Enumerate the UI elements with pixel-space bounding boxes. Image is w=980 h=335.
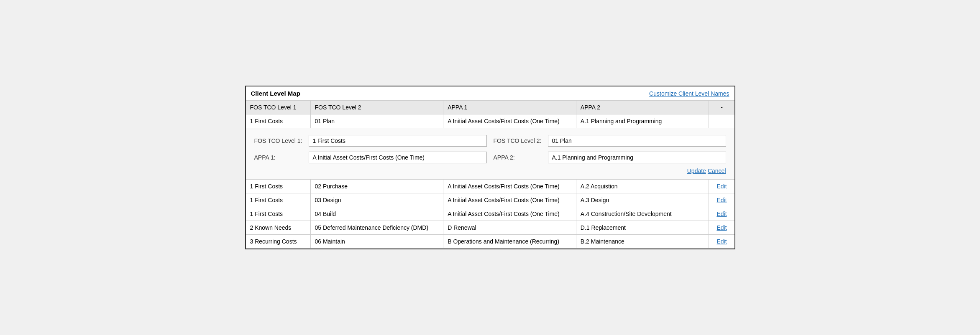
column-headers: FOS TCO Level 1 FOS TCO Level 2 APPA 1 A… [246,101,734,114]
table-row: 2 Known Needs 05 Deferred Maintenance De… [246,221,734,235]
label-fos-tco-level1: FOS TCO Level 1: [254,137,302,144]
cancel-button[interactable]: Cancel [708,168,726,174]
panel-title: Client Level Map [251,90,300,97]
data-rows: 1 First Costs 02 Purchase A Initial Asse… [246,180,734,249]
first-row-col3: A Initial Asset Costs/First Costs (One T… [443,114,576,128]
edit-link[interactable]: Edit [716,211,727,217]
input-appa1[interactable] [309,152,486,163]
edit-link[interactable]: Edit [716,183,727,190]
row-col1: 1 First Costs [246,180,311,193]
label-appa2: APPA 2: [494,154,542,161]
row-col1: 1 First Costs [246,207,311,221]
row-edit[interactable]: Edit [709,207,734,221]
row-col4: A.4 Construction/Site Development [576,207,709,221]
first-row-data: 1 First Costs 01 Plan A Initial Asset Co… [246,114,734,128]
row-col2: 06 Maintain [311,235,444,248]
edit-link[interactable]: Edit [716,197,727,203]
row-col3: D Renewal [443,221,576,234]
panel-header: Client Level Map Customize Client Level … [246,86,734,101]
row-col1: 1 First Costs [246,193,311,207]
row-col2: 05 Deferred Maintenance Deficiency (DMD) [311,221,444,234]
form-fields: FOS TCO Level 1: FOS TCO Level 2: APPA 1… [254,135,726,163]
row-col4: A.3 Design [576,193,709,207]
first-row-col4: A.1 Planning and Programming [576,114,709,128]
row-edit[interactable]: Edit [709,193,734,207]
row-col3: A Initial Asset Costs/First Costs (One T… [443,193,576,207]
row-col3: A Initial Asset Costs/First Costs (One T… [443,180,576,193]
col-header-4: APPA 2 [576,101,709,114]
input-appa2[interactable] [548,152,726,163]
row-col1: 2 Known Needs [246,221,311,234]
form-actions: Update Cancel [254,168,726,174]
row-col3: B Operations and Maintenance (Recurring) [443,235,576,248]
edit-form: FOS TCO Level 1: FOS TCO Level 2: APPA 1… [246,128,734,180]
edit-link[interactable]: Edit [716,224,727,231]
edit-link[interactable]: Edit [716,238,727,245]
row-edit[interactable]: Edit [709,180,734,193]
first-row-col1: 1 First Costs [246,114,311,128]
input-fos-tco-level1[interactable] [309,135,486,147]
col-header-1: FOS TCO Level 1 [246,101,311,114]
row-col3: A Initial Asset Costs/First Costs (One T… [443,207,576,221]
row-col4: D.1 Replacement [576,221,709,234]
input-fos-tco-level2[interactable] [548,135,726,147]
table-row: 1 First Costs 04 Build A Initial Asset C… [246,207,734,221]
row-col2: 04 Build [311,207,444,221]
row-col1: 3 Recurring Costs [246,235,311,248]
customize-client-level-names-link[interactable]: Customize Client Level Names [649,90,729,97]
row-col4: B.2 Maintenance [576,235,709,248]
client-level-map-panel: Client Level Map Customize Client Level … [245,86,735,249]
first-row-col5 [709,118,734,124]
col-header-2: FOS TCO Level 2 [311,101,444,114]
label-appa1: APPA 1: [254,154,302,161]
row-col2: 03 Design [311,193,444,207]
row-col2: 02 Purchase [311,180,444,193]
table-row: 1 First Costs 02 Purchase A Initial Asse… [246,180,734,193]
label-fos-tco-level2: FOS TCO Level 2: [494,137,542,144]
update-button[interactable]: Update [687,168,706,174]
row-edit[interactable]: Edit [709,235,734,248]
table-row: 1 First Costs 03 Design A Initial Asset … [246,193,734,207]
first-row-col2: 01 Plan [311,114,444,128]
row-col4: A.2 Acquistion [576,180,709,193]
table-row: 3 Recurring Costs 06 Maintain B Operatio… [246,235,734,249]
col-header-3: APPA 1 [443,101,576,114]
col-header-5: - [709,101,734,114]
row-edit[interactable]: Edit [709,221,734,234]
